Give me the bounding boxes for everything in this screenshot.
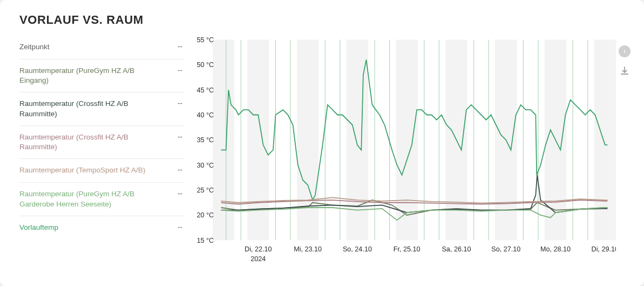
legend-item-label: Raumtemperatur (Crossfit HZ A/B Raummitt…	[19, 99, 160, 118]
legend-panel: Zeitpunkt--Raumtemperatur (PureGym HZ A/…	[11, 34, 189, 274]
legend-item[interactable]: Raumtemperatur (PureGym HZ A/B Garderobe…	[19, 183, 185, 216]
svg-text:15 °C: 15 °C	[196, 236, 214, 244]
svg-text:35 °C: 35 °C	[196, 136, 214, 144]
legend-item-value: --	[173, 223, 182, 231]
svg-text:50 °C: 50 °C	[196, 61, 214, 69]
legend-item-value: --	[173, 66, 182, 74]
chart-area[interactable]: 15 °C20 °C25 °C30 °C35 °C40 °C45 °C50 °C…	[189, 34, 616, 274]
svg-text:i: i	[624, 49, 626, 54]
legend-item-label: Raumtemperatur (PureGym HZ A/B Eingang)	[19, 66, 160, 85]
legend-item-value: --	[173, 99, 182, 107]
legend-item[interactable]: Zeitpunkt--	[19, 36, 185, 59]
legend-item-value: --	[173, 189, 182, 197]
svg-text:Mo, 28.10: Mo, 28.10	[540, 245, 571, 253]
svg-text:Di, 22.10: Di, 22.10	[245, 245, 272, 253]
y-axis: 15 °C20 °C25 °C30 °C35 °C40 °C45 °C50 °C…	[196, 36, 214, 244]
line-chart[interactable]: 15 °C20 °C25 °C30 °C35 °C40 °C45 °C50 °C…	[189, 34, 616, 274]
legend-item[interactable]: Raumtemperatur (Crossfit HZ A/B Raummitt…	[19, 92, 185, 125]
svg-text:40 °C: 40 °C	[196, 111, 214, 119]
download-icon[interactable]	[619, 65, 631, 77]
svg-rect-8	[594, 39, 616, 240]
legend-item-value: --	[173, 132, 182, 141]
legend-item-label: Zeitpunkt	[19, 42, 50, 52]
legend-item[interactable]: Vorlauftemp--	[19, 216, 185, 240]
legend-item[interactable]: Raumtemperatur (PureGym HZ A/B Eingang)-…	[19, 59, 185, 92]
svg-text:So, 24.10: So, 24.10	[343, 245, 372, 253]
legend-item[interactable]: Raumtemperatur (Crossfit HZ A/B Raummitt…	[19, 126, 185, 159]
svg-text:55 °C: 55 °C	[196, 36, 214, 44]
legend-item-value: --	[173, 165, 182, 174]
legend-item[interactable]: Raumtemperatur (TempoSport HZ A/B)--	[19, 159, 185, 183]
legend-item-value: --	[173, 42, 182, 50]
svg-text:25 °C: 25 °C	[196, 186, 214, 194]
svg-text:Fr, 25.10: Fr, 25.10	[394, 245, 421, 253]
chart-toolbar: i	[616, 34, 633, 274]
svg-text:Sa, 26.10: Sa, 26.10	[442, 245, 471, 253]
svg-text:Mi, 23.10: Mi, 23.10	[294, 245, 322, 253]
svg-text:Di, 29.10: Di, 29.10	[592, 245, 616, 253]
legend-item-label: Raumtemperatur (PureGym HZ A/B Garderobe…	[19, 189, 160, 209]
info-icon[interactable]: i	[619, 45, 631, 57]
svg-rect-2	[297, 39, 318, 240]
svg-text:So, 27.10: So, 27.10	[491, 245, 520, 253]
chart-card: VORLAUF VS. RAUM Zeitpunkt--Raumtemperat…	[0, 0, 644, 286]
svg-text:20 °C: 20 °C	[196, 211, 214, 219]
legend-item-label: Raumtemperatur (Crossfit HZ A/B Raummitt…	[19, 132, 160, 152]
card-title: VORLAUF VS. RAUM	[19, 13, 633, 27]
svg-text:30 °C: 30 °C	[196, 161, 214, 169]
svg-text:2024: 2024	[250, 255, 266, 263]
legend-item-label: Vorlauftemp	[19, 223, 58, 232]
svg-text:45 °C: 45 °C	[196, 85, 214, 94]
x-axis: Di, 22.102024Mi, 23.10So, 24.10Fr, 25.10…	[245, 245, 616, 263]
legend-item-label: Raumtemperatur (TempoSport HZ A/B)	[19, 165, 145, 175]
